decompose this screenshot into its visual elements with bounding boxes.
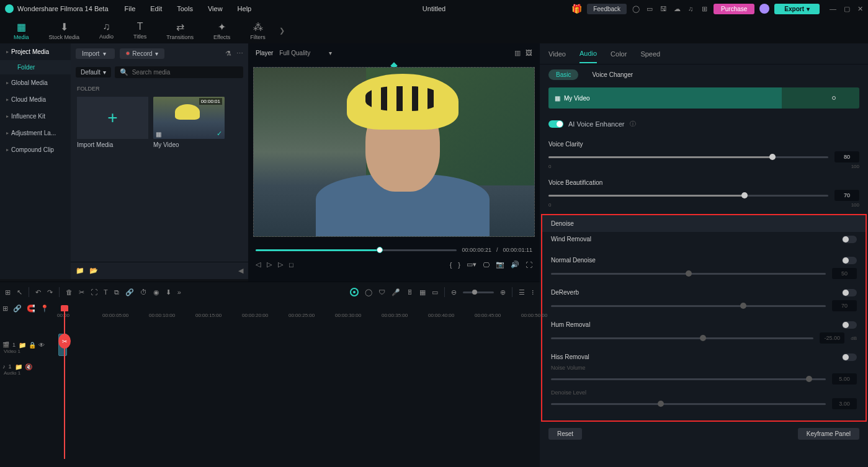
keyframe-panel-button[interactable]: Keyframe Panel <box>798 428 859 440</box>
folder-icon[interactable]: 📁 <box>19 342 26 349</box>
search-input[interactable] <box>132 69 238 76</box>
track-add-icon[interactable]: ⊞ <box>2 305 8 313</box>
lock-icon[interactable]: 🔒 <box>29 342 36 349</box>
sidebar-folder[interactable]: Folder <box>0 60 71 74</box>
new-folder-icon[interactable]: 📁 <box>76 267 84 275</box>
cut-icon[interactable]: ✂ <box>79 288 84 296</box>
mute-icon[interactable]: 🔇 <box>25 363 32 370</box>
sub-tab-basic[interactable]: Basic <box>548 69 578 80</box>
mixer-icon[interactable]: 🎚 <box>406 288 413 296</box>
timeline-ruler[interactable]: ✂ 00:00 00:00:05:00 00:00:10:00 00:00:15… <box>0 313 540 332</box>
tl-render-icon[interactable]: ▭ <box>432 288 438 296</box>
more-icon[interactable]: ⋯ <box>236 50 243 58</box>
tab-filters[interactable]: ⁂Filters <box>241 19 274 43</box>
wind-removal-toggle[interactable] <box>842 236 857 243</box>
user-avatar[interactable] <box>759 4 769 14</box>
prop-tab-video[interactable]: Video <box>548 45 566 63</box>
compare-icon[interactable]: ▥ <box>514 49 521 57</box>
denoise-level-slider[interactable] <box>551 403 826 405</box>
zoom-out-icon[interactable]: ⊖ <box>451 288 457 296</box>
redo-icon[interactable]: ↷ <box>47 288 53 296</box>
player-viewport[interactable] <box>248 62 540 242</box>
tl-grid-icon[interactable]: ▦ <box>419 288 426 296</box>
sidebar-influence-kit[interactable]: ▸Influence Kit <box>0 108 71 125</box>
marker-icon[interactable] <box>350 288 359 296</box>
import-button[interactable]: Import▾ <box>76 48 115 59</box>
voice-clarity-slider[interactable] <box>548 156 828 158</box>
info-icon[interactable]: ⓘ <box>630 120 636 128</box>
sub-tab-voice-changer[interactable]: Voice Changer <box>584 69 640 80</box>
sidebar-adjustment-layer[interactable]: ▸Adjustment La... <box>0 125 71 141</box>
folder-icon[interactable]: 📁 <box>15 363 22 370</box>
menu-view[interactable]: View <box>203 2 228 15</box>
menu-tools[interactable]: Tools <box>172 2 198 15</box>
cloud-icon[interactable]: ☁ <box>673 4 681 13</box>
zoom-in-icon[interactable]: ⊕ <box>500 288 506 296</box>
progress-handle[interactable] <box>377 247 383 253</box>
normal-denoise-slider[interactable] <box>551 273 826 275</box>
dereverb-slider[interactable] <box>551 305 826 307</box>
next-frame-button[interactable]: ▷ <box>278 260 283 269</box>
import-media-tile[interactable]: + <box>77 97 148 139</box>
eye-icon[interactable]: 👁 <box>38 342 45 349</box>
track-magnet-icon[interactable]: 🧲 <box>27 305 35 313</box>
text-tool-icon[interactable]: T <box>104 288 108 296</box>
sort-select[interactable]: Default▾ <box>76 67 111 78</box>
sidebar-compound-clip[interactable]: ▸Compound Clip <box>0 141 71 158</box>
fullscreen-icon[interactable]: ⛶ <box>526 261 532 269</box>
normal-denoise-toggle[interactable] <box>842 257 857 264</box>
playback-progress[interactable] <box>256 249 457 251</box>
snapshot-icon[interactable]: 🖼 <box>526 49 532 57</box>
sidebar-cloud-media[interactable]: ▸Cloud Media <box>0 91 71 108</box>
reset-button[interactable]: Reset <box>548 428 582 440</box>
camera-icon[interactable]: 📷 <box>496 260 504 269</box>
timeline-options-icon[interactable]: ⫶ <box>531 288 535 296</box>
hum-removal-toggle[interactable] <box>842 321 857 329</box>
timeline-view-icon[interactable]: ☰ <box>519 288 525 296</box>
sidebar-project-media[interactable]: ▸Project Media <box>0 43 71 60</box>
track-link-icon[interactable]: 🔗 <box>13 305 22 313</box>
export-button[interactable]: Export▾ <box>774 4 820 14</box>
media-clip-thumbnail[interactable]: 00:00:01 ▦ ✓ <box>153 97 225 139</box>
ai-voice-enhancer-toggle[interactable] <box>548 120 563 128</box>
hum-removal-slider[interactable] <box>551 337 813 339</box>
tl-fit-icon[interactable]: ⊞ <box>5 288 11 296</box>
new-bin-icon[interactable]: 📂 <box>89 267 98 275</box>
search-box[interactable]: 🔍 <box>115 66 243 78</box>
tabs-next-icon[interactable]: ❯ <box>279 27 285 35</box>
history-icon[interactable]: ◯ <box>632 4 640 13</box>
record-button[interactable]: Record▾ <box>120 48 164 59</box>
playhead[interactable]: ✂ <box>64 310 65 459</box>
copy-icon[interactable]: ⧉ <box>114 288 119 296</box>
prev-frame-button[interactable]: ◁ <box>256 260 261 269</box>
play-pause-button[interactable]: ▷ <box>267 260 272 269</box>
mark-out-button[interactable]: } <box>458 261 460 269</box>
scissors-icon[interactable]: ✂ <box>58 334 71 349</box>
prop-tab-color[interactable]: Color <box>611 45 627 63</box>
tab-stock-media[interactable]: ⬇Stock Media <box>40 19 89 43</box>
volume-icon[interactable]: 🔊 <box>511 260 519 269</box>
mark-in-button[interactable]: { <box>450 261 452 269</box>
noise-volume-slider[interactable] <box>551 378 826 380</box>
close-button[interactable]: ✕ <box>857 5 863 13</box>
track-marker-icon[interactable]: 📍 <box>40 305 49 313</box>
tl-select-icon[interactable]: ↖ <box>17 288 22 296</box>
tab-media[interactable]: ▦Media <box>5 19 38 43</box>
tab-effects[interactable]: ✦Effects <box>205 19 239 43</box>
apps-icon[interactable]: ⊞ <box>700 4 709 13</box>
link-icon[interactable]: 🔗 <box>125 288 134 296</box>
speed-icon[interactable]: ⏱ <box>140 288 147 296</box>
screen-icon[interactable]: ▭ <box>645 4 654 13</box>
sidebar-global-media[interactable]: ▸Global Media <box>0 74 71 91</box>
shield-icon[interactable]: 🛡 <box>378 288 385 296</box>
mic-icon[interactable]: 🎤 <box>391 288 400 296</box>
gift-icon[interactable]: 🎁 <box>571 4 582 14</box>
headphones-icon[interactable]: ♫ <box>686 4 695 13</box>
more-tools-icon[interactable]: » <box>177 288 181 296</box>
dereverb-toggle[interactable] <box>842 289 857 296</box>
collapse-icon[interactable]: ◀ <box>238 267 243 275</box>
menu-file[interactable]: File <box>120 2 141 15</box>
stop-button[interactable]: □ <box>289 261 293 269</box>
delete-icon[interactable]: 🗑 <box>66 288 73 296</box>
zoom-slider[interactable] <box>463 291 494 293</box>
